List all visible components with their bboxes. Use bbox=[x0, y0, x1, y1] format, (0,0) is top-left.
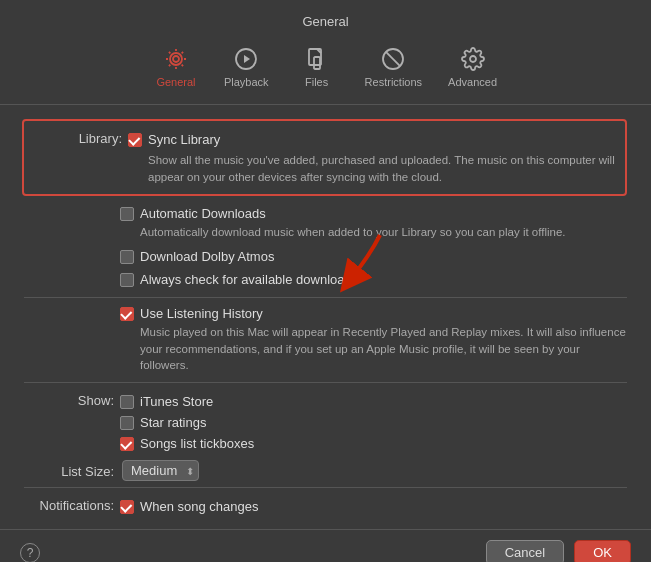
divider-3 bbox=[24, 487, 627, 488]
svg-rect-4 bbox=[314, 57, 320, 69]
list-size-row: List Size: Small Medium Large ⬍ bbox=[24, 460, 627, 481]
play-icon bbox=[232, 45, 260, 73]
notifications-label: Notifications: bbox=[24, 497, 114, 513]
listening-history-checkbox[interactable] bbox=[120, 307, 134, 321]
when-song-changes-checkbox[interactable] bbox=[120, 500, 134, 514]
songs-list-tickboxes-checkbox[interactable] bbox=[120, 437, 134, 451]
automatic-downloads-checkbox[interactable] bbox=[120, 207, 134, 221]
divider-1 bbox=[24, 297, 627, 298]
tab-advanced[interactable]: Advanced bbox=[438, 41, 507, 92]
itunes-store-label: iTunes Store bbox=[140, 394, 213, 409]
toolbar: General Playback Files bbox=[0, 37, 651, 105]
tab-general[interactable]: General bbox=[144, 41, 208, 92]
cancel-button[interactable]: Cancel bbox=[486, 540, 564, 562]
tab-advanced-label: Advanced bbox=[448, 76, 497, 88]
svg-point-0 bbox=[173, 56, 179, 62]
dolby-section: Download Dolby Atmos bbox=[24, 247, 627, 266]
list-size-select[interactable]: Small Medium Large bbox=[122, 460, 199, 481]
when-song-changes-label: When song changes bbox=[140, 499, 259, 514]
show-label: Show: bbox=[24, 392, 114, 408]
ok-button[interactable]: OK bbox=[574, 540, 631, 562]
tab-general-label: General bbox=[156, 76, 195, 88]
sync-library-description: Show all the music you've added, purchas… bbox=[148, 152, 617, 185]
library-label: Library: bbox=[32, 130, 122, 146]
sync-library-label: Sync Library bbox=[148, 132, 220, 147]
automatic-downloads-section: Automatic Downloads Automatically downlo… bbox=[24, 204, 627, 241]
songs-list-tickboxes-label: Songs list tickboxes bbox=[140, 436, 254, 451]
tab-playback[interactable]: Playback bbox=[214, 41, 279, 92]
tab-files-label: Files bbox=[305, 76, 328, 88]
tab-restrictions-label: Restrictions bbox=[365, 76, 422, 88]
automatic-downloads-label: Automatic Downloads bbox=[140, 206, 266, 221]
notifications-section: Notifications: When song changes bbox=[24, 494, 627, 519]
svg-line-6 bbox=[386, 52, 400, 66]
svg-point-7 bbox=[470, 56, 476, 62]
settings-content: Library: Sync Library Show all the music… bbox=[0, 105, 651, 529]
listening-history-label: Use Listening History bbox=[140, 306, 263, 321]
dolby-checkbox[interactable] bbox=[120, 250, 134, 264]
help-button[interactable]: ? bbox=[20, 543, 40, 562]
show-section: Show: iTunes Store Star ratings bbox=[24, 389, 627, 456]
dolby-label: Download Dolby Atmos bbox=[140, 249, 274, 264]
always-check-label: Always check for available downloads bbox=[140, 272, 358, 287]
footer: ? Cancel OK bbox=[0, 529, 651, 562]
advanced-gear-icon bbox=[459, 45, 487, 73]
gear-icon bbox=[162, 45, 190, 73]
svg-marker-2 bbox=[244, 55, 250, 63]
always-check-section: Always check for available downloads bbox=[24, 270, 627, 289]
divider-2 bbox=[24, 382, 627, 383]
sync-library-checkbox[interactable] bbox=[128, 133, 142, 147]
tab-playback-label: Playback bbox=[224, 76, 269, 88]
listening-history-section: Use Listening History Music played on th… bbox=[24, 304, 627, 374]
files-icon bbox=[303, 45, 331, 73]
restrictions-icon bbox=[379, 45, 407, 73]
always-check-checkbox[interactable] bbox=[120, 273, 134, 287]
footer-buttons: Cancel OK bbox=[486, 540, 631, 562]
tab-restrictions[interactable]: Restrictions bbox=[355, 41, 432, 92]
sync-library-section: Library: Sync Library Show all the music… bbox=[22, 119, 627, 196]
tab-files[interactable]: Files bbox=[285, 41, 349, 92]
itunes-store-checkbox[interactable] bbox=[120, 395, 134, 409]
star-ratings-label: Star ratings bbox=[140, 415, 206, 430]
automatic-downloads-description: Automatically download music when added … bbox=[140, 224, 627, 241]
listening-history-description: Music played on this Mac will appear in … bbox=[140, 324, 627, 374]
star-ratings-checkbox[interactable] bbox=[120, 416, 134, 430]
window-title: General bbox=[302, 0, 348, 37]
list-size-select-wrapper: Small Medium Large ⬍ bbox=[122, 460, 199, 481]
list-size-label: List Size: bbox=[24, 463, 114, 479]
